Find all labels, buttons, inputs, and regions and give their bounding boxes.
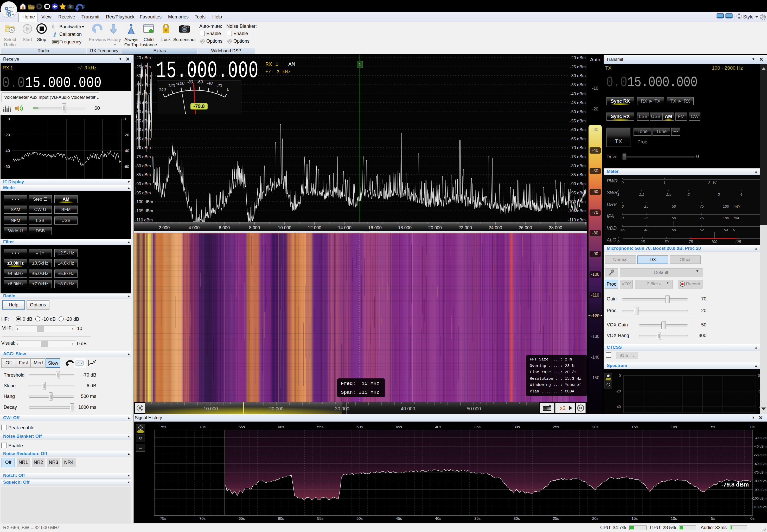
svg-text:-95 dBm: -95 dBm bbox=[135, 191, 151, 195]
svg-text:55s: 55s bbox=[317, 425, 323, 429]
svg-text:mW: mW bbox=[734, 204, 741, 208]
svg-text:-30 dBm: -30 dBm bbox=[570, 74, 586, 78]
svg-text:-100 dBm: -100 dBm bbox=[752, 496, 766, 500]
svg-text:20.000: 20.000 bbox=[269, 406, 283, 411]
svg-text:-30 dBm: -30 dBm bbox=[754, 436, 766, 440]
svg-text:100: 100 bbox=[723, 216, 729, 220]
svg-text:40s: 40s bbox=[435, 516, 441, 521]
svg-text:35s: 35s bbox=[474, 425, 480, 429]
svg-text:SWR: SWR bbox=[607, 190, 618, 195]
svg-text:-20 dBm: -20 dBm bbox=[135, 56, 151, 60]
svg-text:8.000: 8.000 bbox=[249, 225, 260, 230]
svg-text:75: 75 bbox=[700, 216, 704, 220]
svg-text:18.000: 18.000 bbox=[398, 225, 412, 230]
svg-text:W: W bbox=[713, 181, 717, 185]
svg-text:-79.8 dBm: -79.8 dBm bbox=[722, 481, 749, 488]
svg-text:-100: -100 bbox=[176, 81, 184, 86]
svg-text:-60 dBm: -60 dBm bbox=[135, 128, 151, 132]
svg-text:25: 25 bbox=[644, 216, 648, 220]
svg-text:0: 0 bbox=[123, 117, 126, 121]
svg-text:26.000: 26.000 bbox=[518, 225, 532, 230]
svg-text:-35 dBm: -35 dBm bbox=[570, 83, 586, 87]
svg-text:-55 dBm: -55 dBm bbox=[570, 119, 586, 123]
svg-text:-30 dBm: -30 dBm bbox=[135, 74, 151, 78]
svg-text:-105 dBm: -105 dBm bbox=[135, 209, 153, 213]
svg-text:10s: 10s bbox=[671, 516, 677, 521]
svg-text:-90 dBm: -90 dBm bbox=[754, 488, 766, 492]
svg-text:-20: -20 bbox=[216, 83, 222, 88]
svg-text:-25 dBm: -25 dBm bbox=[135, 65, 151, 69]
svg-text:3: 3 bbox=[718, 192, 720, 196]
svg-text:50: 50 bbox=[665, 240, 669, 244]
svg-text:52: 52 bbox=[700, 228, 704, 232]
svg-text:-25 dBm: -25 dBm bbox=[570, 65, 586, 69]
svg-text:-20: -20 bbox=[758, 389, 760, 393]
svg-text:-55 dBm: -55 dBm bbox=[135, 119, 151, 123]
svg-text:50.000: 50.000 bbox=[466, 406, 481, 411]
svg-text:10s: 10s bbox=[671, 425, 677, 429]
svg-text:1.1: 1.1 bbox=[639, 192, 644, 196]
svg-text:-90 dBm: -90 dBm bbox=[570, 182, 586, 186]
svg-text:50s: 50s bbox=[356, 516, 363, 521]
svg-text:30.000: 30.000 bbox=[335, 406, 349, 411]
svg-text:-50 dBm: -50 dBm bbox=[754, 453, 766, 457]
svg-text:-80 dBm: -80 dBm bbox=[135, 164, 151, 168]
svg-text:0s: 0s bbox=[750, 425, 755, 429]
svg-text:-75 dBm: -75 dBm bbox=[135, 155, 151, 159]
svg-text:20.000: 20.000 bbox=[428, 225, 442, 230]
svg-text:-85 dBm: -85 dBm bbox=[135, 173, 151, 177]
svg-text:14.000: 14.000 bbox=[338, 225, 352, 230]
svg-text:-20 dBm: -20 dBm bbox=[570, 56, 586, 60]
svg-text:-40: -40 bbox=[4, 148, 10, 153]
svg-text:4: 4 bbox=[740, 192, 742, 196]
svg-text:-100 dBm: -100 dBm bbox=[568, 200, 586, 204]
svg-text:1: 1 bbox=[618, 192, 620, 196]
svg-text:45s: 45s bbox=[396, 516, 402, 521]
svg-text:-35 dBm: -35 dBm bbox=[135, 83, 151, 87]
svg-text:20s: 20s bbox=[592, 516, 599, 521]
svg-text:-40: -40 bbox=[207, 81, 213, 86]
svg-text:6.000: 6.000 bbox=[219, 225, 230, 230]
svg-text:10.000: 10.000 bbox=[278, 225, 291, 230]
svg-text:75s: 75s bbox=[160, 425, 166, 429]
svg-text:-95 dBm: -95 dBm bbox=[570, 191, 586, 195]
svg-text:75s: 75s bbox=[160, 516, 166, 521]
svg-text:-105 dBm: -105 dBm bbox=[568, 209, 586, 213]
svg-text:55s: 55s bbox=[317, 516, 323, 521]
svg-text:ALC: ALC bbox=[607, 237, 616, 242]
svg-text:48: 48 bbox=[644, 228, 648, 232]
svg-text:0: 0 bbox=[8, 117, 10, 121]
svg-text:-40: -40 bbox=[616, 405, 621, 409]
svg-text:1.5: 1.5 bbox=[666, 192, 671, 196]
svg-text:-75 dBm: -75 dBm bbox=[570, 155, 586, 159]
svg-text:12.000: 12.000 bbox=[308, 225, 321, 230]
svg-text:2: 2 bbox=[687, 192, 690, 196]
svg-text:40s: 40s bbox=[435, 425, 441, 429]
svg-text:V: V bbox=[733, 228, 736, 232]
svg-text:60s: 60s bbox=[278, 516, 284, 521]
svg-text:5s: 5s bbox=[711, 425, 715, 429]
svg-text:65s: 65s bbox=[239, 516, 245, 521]
svg-text:54: 54 bbox=[724, 228, 728, 232]
svg-text:-110 dBm: -110 dBm bbox=[135, 218, 153, 222]
svg-text:50: 50 bbox=[672, 204, 676, 208]
svg-text:0: 0 bbox=[622, 181, 624, 185]
svg-text:65s: 65s bbox=[239, 425, 245, 429]
svg-text:15s: 15s bbox=[632, 516, 638, 521]
svg-text:-40 dBm: -40 dBm bbox=[135, 92, 151, 96]
svg-text:40.000: 40.000 bbox=[401, 406, 415, 411]
svg-text:-120: -120 bbox=[166, 83, 175, 88]
svg-text:-70 dBm: -70 dBm bbox=[570, 146, 586, 150]
svg-text:-60: -60 bbox=[4, 164, 10, 169]
svg-text:75: 75 bbox=[700, 204, 704, 208]
svg-text:0: 0 bbox=[622, 204, 624, 208]
svg-text:-110 dBm: -110 dBm bbox=[752, 505, 766, 509]
svg-text:5s: 5s bbox=[711, 516, 715, 521]
svg-text:20s: 20s bbox=[592, 425, 599, 429]
svg-text:-45 dBm: -45 dBm bbox=[570, 101, 586, 105]
svg-text:70s: 70s bbox=[199, 425, 206, 429]
svg-text:45s: 45s bbox=[396, 425, 402, 429]
svg-text:22.000: 22.000 bbox=[458, 225, 472, 230]
svg-text:25s: 25s bbox=[553, 425, 559, 429]
svg-text:50: 50 bbox=[672, 228, 676, 232]
